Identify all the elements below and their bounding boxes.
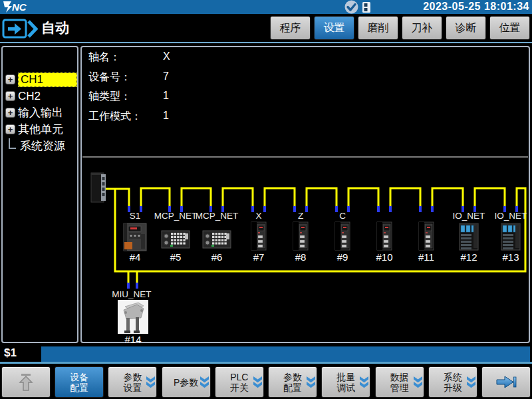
info-row: 设备号：7 — [82, 70, 529, 86]
info-value: 7 — [163, 70, 169, 82]
softkey-label: 设备配置 — [70, 372, 88, 393]
channel-indicator: $1 — [4, 346, 17, 360]
info-value: 1 — [163, 110, 169, 122]
info-row: 轴名：X — [82, 51, 529, 66]
expand-plus-icon[interactable]: + — [5, 91, 15, 101]
expand-plus-icon[interactable]: + — [5, 124, 15, 134]
page-up-icon — [18, 373, 34, 391]
info-row: 工作模式：1 — [82, 110, 529, 126]
sidebar-item-输入输出[interactable]: +输入输出 — [3, 104, 77, 121]
info-label: 工作模式： — [88, 110, 142, 124]
tab-刀补[interactable]: 刀补 — [402, 16, 442, 40]
softkey-label: 参数配置 — [283, 372, 302, 393]
softkey-page-up[interactable] — [1, 366, 51, 398]
softkey-数据管理[interactable]: 数据管理 — [375, 366, 424, 398]
page-next-icon — [495, 375, 517, 389]
sidebar-item-系统资源[interactable]: 系统资源 — [3, 138, 77, 154]
tree-item-label: CH2 — [18, 90, 41, 103]
battery-connector-icon — [362, 2, 371, 13]
softkey-label: 参数设置 — [123, 372, 142, 393]
chevron-down-icon — [200, 376, 209, 388]
expand-plus-icon[interactable]: + — [5, 74, 15, 84]
info-label: 轴类型： — [88, 90, 131, 104]
tab-诊断[interactable]: 诊断 — [446, 16, 486, 40]
softkey-PLC开关[interactable]: PLC开关 — [215, 366, 264, 398]
tree-item-label: 输入输出 — [18, 105, 63, 120]
auto-mode-arrow-icon — [2, 19, 38, 39]
tree-branch-line — [9, 138, 16, 149]
chevron-down-icon — [414, 376, 422, 388]
chevron-down-icon — [253, 376, 262, 388]
softkey-label: 数据管理 — [390, 372, 409, 393]
info-label: 轴名： — [88, 51, 120, 65]
cnc-screen: NC 2023-05-25 18:01:34 自动 程序设置磨削刀补诊断位置 +… — [0, 0, 532, 399]
sidebar-item-CH2[interactable]: +CH2 — [3, 88, 77, 104]
mode-label: 自动 — [41, 19, 69, 37]
device-detail-panel: 轴名：X设备号：7轴类型：1工作模式：1 — [80, 46, 530, 343]
softkey-label: P参数 — [174, 377, 198, 388]
softkey-批量调试[interactable]: 批量调试 — [321, 366, 370, 398]
tab-磨削[interactable]: 磨削 — [358, 16, 398, 40]
top-tab-bar: 程序设置磨削刀补诊断位置 — [267, 16, 530, 40]
svg-text:NC: NC — [12, 1, 27, 13]
softkey-系统升级[interactable]: 系统升级 — [428, 366, 477, 398]
title-bar: 自动 程序设置磨削刀补诊断位置 — [0, 14, 532, 43]
tree-item-label: CH1 — [18, 72, 77, 87]
softkey-参数配置[interactable]: 参数配置 — [268, 366, 317, 398]
softkey-设备配置[interactable]: 设备配置 — [55, 366, 104, 398]
brand-logo-icon: NC — [3, 1, 40, 13]
softkey-P参数[interactable]: P参数 — [162, 366, 211, 398]
chevron-down-icon — [307, 376, 315, 388]
chevron-down-icon — [146, 376, 155, 388]
info-row: 轴类型：1 — [82, 90, 529, 106]
softkey-参数设置[interactable]: 参数设置 — [108, 366, 157, 398]
tab-设置[interactable]: 设置 — [314, 16, 354, 40]
datetime-display: 2023-05-25 18:01:34 — [423, 1, 529, 13]
tree-item-label: 系统资源 — [20, 138, 65, 154]
chevron-down-icon — [360, 376, 368, 388]
device-tree-panel: +CH1+CH2+输入输出+其他单元系统资源 — [1, 46, 78, 343]
status-message-bar — [41, 346, 530, 362]
softkey-page-next[interactable] — [481, 366, 531, 398]
expand-plus-icon[interactable]: + — [5, 108, 15, 118]
softkey-label: 系统升级 — [444, 372, 462, 393]
top-status-bar: NC 2023-05-25 18:01:34 — [0, 0, 532, 14]
check-circle-icon — [344, 0, 359, 14]
sidebar-item-其他单元[interactable]: +其他单元 — [3, 121, 77, 138]
info-value: 1 — [163, 90, 169, 102]
softkey-label: 批量调试 — [336, 372, 355, 393]
info-label: 设备号： — [88, 70, 131, 84]
status-row: $1 — [0, 344, 532, 364]
sidebar-item-CH1[interactable]: +CH1 — [3, 71, 77, 88]
softkey-toolbar: 设备配置参数设置P参数PLC开关参数配置批量调试数据管理系统升级 — [0, 366, 532, 399]
info-value: X — [163, 51, 170, 63]
tree-item-label: 其他单元 — [18, 122, 63, 137]
chevron-down-icon — [467, 376, 475, 388]
tab-位置[interactable]: 位置 — [489, 16, 530, 40]
softkey-label: PLC开关 — [230, 372, 249, 393]
tab-程序[interactable]: 程序 — [270, 16, 311, 40]
